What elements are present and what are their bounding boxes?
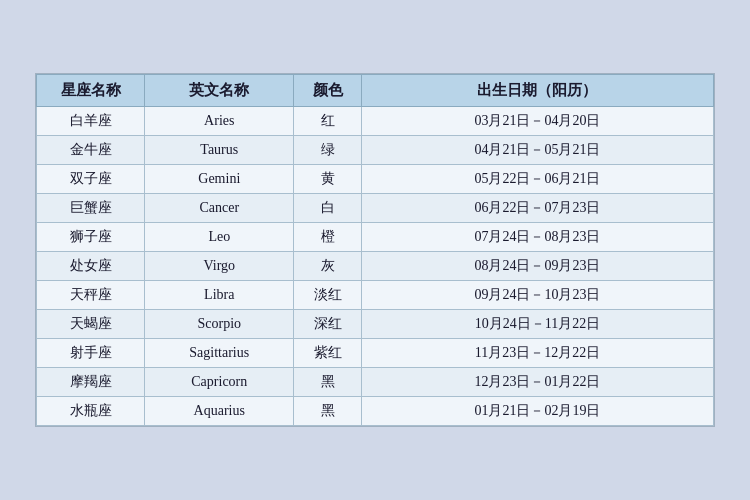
table-row: 天蝎座Scorpio深红10月24日－11月22日 xyxy=(37,310,714,339)
header-chinese: 星座名称 xyxy=(37,75,145,107)
cell-color: 深红 xyxy=(294,310,362,339)
zodiac-table-container: 星座名称 英文名称 颜色 出生日期（阳历） 白羊座Aries红03月21日－04… xyxy=(35,73,715,427)
cell-date: 05月22日－06月21日 xyxy=(361,165,713,194)
cell-english: Gemini xyxy=(145,165,294,194)
cell-english: Leo xyxy=(145,223,294,252)
cell-date: 10月24日－11月22日 xyxy=(361,310,713,339)
cell-color: 橙 xyxy=(294,223,362,252)
cell-chinese: 双子座 xyxy=(37,165,145,194)
cell-chinese: 巨蟹座 xyxy=(37,194,145,223)
header-date: 出生日期（阳历） xyxy=(361,75,713,107)
cell-chinese: 摩羯座 xyxy=(37,368,145,397)
table-row: 处女座Virgo灰08月24日－09月23日 xyxy=(37,252,714,281)
cell-color: 红 xyxy=(294,107,362,136)
cell-english: Virgo xyxy=(145,252,294,281)
cell-color: 紫红 xyxy=(294,339,362,368)
zodiac-table: 星座名称 英文名称 颜色 出生日期（阳历） 白羊座Aries红03月21日－04… xyxy=(36,74,714,426)
cell-chinese: 处女座 xyxy=(37,252,145,281)
cell-chinese: 射手座 xyxy=(37,339,145,368)
cell-date: 06月22日－07月23日 xyxy=(361,194,713,223)
cell-english: Aquarius xyxy=(145,397,294,426)
cell-color: 淡红 xyxy=(294,281,362,310)
table-row: 水瓶座Aquarius黑01月21日－02月19日 xyxy=(37,397,714,426)
cell-chinese: 天秤座 xyxy=(37,281,145,310)
cell-english: Scorpio xyxy=(145,310,294,339)
cell-date: 08月24日－09月23日 xyxy=(361,252,713,281)
cell-color: 白 xyxy=(294,194,362,223)
cell-date: 04月21日－05月21日 xyxy=(361,136,713,165)
cell-color: 灰 xyxy=(294,252,362,281)
header-english: 英文名称 xyxy=(145,75,294,107)
cell-date: 01月21日－02月19日 xyxy=(361,397,713,426)
table-row: 狮子座Leo橙07月24日－08月23日 xyxy=(37,223,714,252)
cell-color: 黑 xyxy=(294,368,362,397)
cell-color: 绿 xyxy=(294,136,362,165)
cell-chinese: 天蝎座 xyxy=(37,310,145,339)
cell-english: Aries xyxy=(145,107,294,136)
cell-date: 11月23日－12月22日 xyxy=(361,339,713,368)
cell-chinese: 白羊座 xyxy=(37,107,145,136)
cell-date: 07月24日－08月23日 xyxy=(361,223,713,252)
table-row: 金牛座Taurus绿04月21日－05月21日 xyxy=(37,136,714,165)
table-row: 天秤座Libra淡红09月24日－10月23日 xyxy=(37,281,714,310)
table-header-row: 星座名称 英文名称 颜色 出生日期（阳历） xyxy=(37,75,714,107)
cell-english: Sagittarius xyxy=(145,339,294,368)
cell-chinese: 狮子座 xyxy=(37,223,145,252)
cell-chinese: 水瓶座 xyxy=(37,397,145,426)
cell-date: 12月23日－01月22日 xyxy=(361,368,713,397)
cell-english: Cancer xyxy=(145,194,294,223)
header-color: 颜色 xyxy=(294,75,362,107)
table-row: 摩羯座Capricorn黑12月23日－01月22日 xyxy=(37,368,714,397)
cell-date: 03月21日－04月20日 xyxy=(361,107,713,136)
cell-english: Capricorn xyxy=(145,368,294,397)
cell-chinese: 金牛座 xyxy=(37,136,145,165)
cell-color: 黄 xyxy=(294,165,362,194)
cell-date: 09月24日－10月23日 xyxy=(361,281,713,310)
cell-english: Taurus xyxy=(145,136,294,165)
table-row: 白羊座Aries红03月21日－04月20日 xyxy=(37,107,714,136)
table-row: 双子座Gemini黄05月22日－06月21日 xyxy=(37,165,714,194)
cell-color: 黑 xyxy=(294,397,362,426)
table-row: 巨蟹座Cancer白06月22日－07月23日 xyxy=(37,194,714,223)
table-row: 射手座Sagittarius紫红11月23日－12月22日 xyxy=(37,339,714,368)
cell-english: Libra xyxy=(145,281,294,310)
table-body: 白羊座Aries红03月21日－04月20日金牛座Taurus绿04月21日－0… xyxy=(37,107,714,426)
